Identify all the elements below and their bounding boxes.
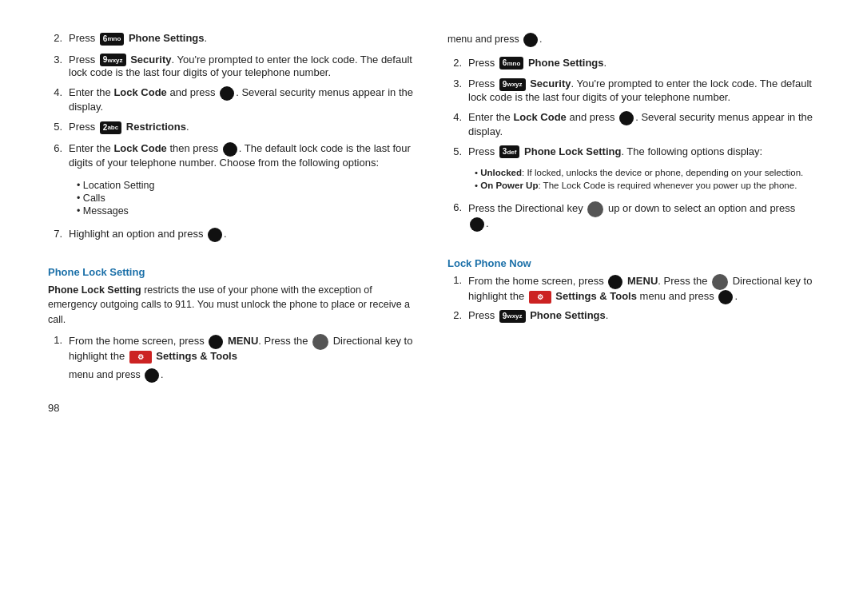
step-2-right: 2. Press 6 mno Phone Settings. [447,57,815,70]
step-text: Enter the Lock Code and press . Several … [468,111,815,137]
step-5-left: 5. Press 2 abc Restrictions. [48,121,416,134]
settings-tools-lock: Settings & Tools [555,291,637,303]
security-label: Security [130,54,171,66]
menu-press-cont: menu and press . [48,368,416,383]
ok-button-icon2 [223,142,237,157]
step-7-left: 7. Highlight an option and press . [48,228,416,242]
lock-code-label: Lock Code [113,87,166,99]
ok-button-right-intro [523,33,538,47]
ok-button-right-6 [470,217,484,232]
ok-button-menu [209,335,223,349]
step-text: From the home screen, press MENU. Press … [468,274,815,304]
two-column-layout: 2. Press 6 mno Phone Settings. 3. Press … [48,32,815,414]
unlocked-label: Unlocked [480,168,522,177]
ok-button-icon [220,86,234,101]
step-number: 1. [48,334,62,346]
security-right: Security [530,77,571,89]
directional-button-icon [312,334,328,350]
ok-button-icon4 [145,368,159,383]
step-number: 6. [48,142,62,154]
key-6mno-badge: 6 mno [100,33,124,46]
lock-code-right: Lock Code [513,111,566,123]
step-text: Press 9 wxyz Security. You're prompted t… [468,77,815,103]
menu-label: MENU [228,335,258,347]
directional-button-right [587,201,603,217]
directional-button-lock [712,274,728,290]
restrictions-label: Restrictions [126,121,186,133]
phone-lock-setting-heading: Phone Lock Setting [48,266,416,278]
step-number: 6. [447,201,462,213]
list-item: Messages [77,205,416,217]
step-5-right: 5. Press 3 def Phone Lock Setting. The f… [447,145,815,159]
key-9wxyz-lock: 9 wxyz [499,310,526,323]
step-text: Press 3 def Phone Lock Setting. The foll… [468,145,815,159]
options-list: Location Setting Calls Messages [48,180,416,218]
step-6-right: 6. Press the Directional key up or down … [447,201,815,232]
list-item: Location Setting [77,180,416,191]
step-number: 2. [48,32,62,44]
step-text: Press the Directional key up or down to … [468,201,815,232]
key-9wxyz-badge: 9 wxyz [100,54,126,66]
right-column: menu and press . 2. Press 6 mno Phone Se… [447,32,815,414]
phone-settings-lock: Phone Settings [530,309,606,321]
step-3-left: 3. Press 9 wxyz Security. You're prompte… [48,54,416,79]
ok-button-right-4 [619,111,634,125]
step-text: Press 9 wxyz Security. You're prompted t… [69,54,416,79]
unlocked-bullet: Unlocked: If locked, unlocks the device … [468,168,815,177]
step-4-right: 4. Enter the Lock Code and press . Sever… [447,111,815,137]
step-number: 5. [48,121,62,133]
ok-button-icon3 [208,228,222,242]
phone-lock-bold: Phone Lock Setting [48,284,141,296]
phone-settings-right: Phone Settings [528,57,604,69]
step-number: 7. [48,228,62,240]
step-number: 4. [48,86,62,98]
step-6-left: 6. Enter the Lock Code then press . The … [48,142,416,169]
key-6mno-right: 6 mno [499,57,523,70]
step-text: Press 6 mno Phone Settings. [69,32,416,46]
step-text: Press 2 abc Restrictions. [69,121,416,134]
key-3def-right: 3 def [499,145,520,158]
lock-phone-now-heading: Lock Phone Now [447,257,815,269]
step-number: 2. [447,57,462,69]
ok-button-lock-ok [718,290,733,304]
lock-phone-now-section: Lock Phone Now 1. From the home screen, … [447,249,815,328]
lock-now-step-1: 1. From the home screen, press MENU. Pre… [447,274,815,304]
step-number: 1. [447,274,462,286]
phone-lock-setting-body: Phone Lock Setting restricts the use of … [48,283,416,328]
step-text: Press 9 wxyz Phone Settings. [468,309,815,323]
right-bullets: Unlocked: If locked, unlocks the device … [447,168,815,193]
lock-now-step-2: 2. Press 9 wxyz Phone Settings. [447,309,815,323]
menu-label-lock: MENU [627,276,658,288]
phone-lock-setting-section: Phone Lock Setting Phone Lock Setting re… [48,258,416,383]
step-number: 2. [447,309,462,321]
step-number: 4. [447,111,462,123]
phone-settings-label: Phone Settings [129,32,205,44]
page-number: 98 [48,402,416,414]
settings-tools-label: Settings & Tools [156,350,237,362]
sub-step-1-left: 1. From the home screen, press MENU. Pre… [48,334,416,364]
step-text: Press 6 mno Phone Settings. [468,57,815,70]
left-column: 2. Press 6 mno Phone Settings. 3. Press … [48,32,416,414]
key-9wxyz-right: 9 wxyz [499,78,526,91]
power-up-bullet: On Power Up: The Lock Code is required w… [468,181,815,190]
step-number: 3. [48,54,62,66]
list-item: Calls [77,193,416,204]
on-power-up-label: On Power Up [480,181,538,190]
phone-lock-setting-right: Phone Lock Setting [524,145,621,157]
step-text: Highlight an option and press . [69,228,416,242]
step-text: Enter the Lock Code then press . The def… [69,142,416,169]
step-number: 3. [447,77,462,89]
step-text: From the home screen, press MENU. Press … [69,334,416,364]
settings-icon-lock: ⚙ [529,291,551,304]
ok-button-lock-menu [608,275,622,289]
page-container: 2. Press 6 mno Phone Settings. 3. Press … [48,32,815,414]
step-text: Enter the Lock Code and press . Several … [69,86,416,113]
step-3-right: 3. Press 9 wxyz Security. You're prompte… [447,77,815,103]
step-4-left: 4. Enter the Lock Code and press . Sever… [48,86,416,113]
settings-icon: ⚙ [129,351,152,364]
step-2-left: 2. Press 6 mno Phone Settings. [48,32,416,46]
step-number: 5. [447,145,462,157]
key-2abc-badge: 2 abc [100,121,121,134]
right-intro-text: menu and press . [447,32,815,47]
lock-code-label2: Lock Code [113,142,166,154]
